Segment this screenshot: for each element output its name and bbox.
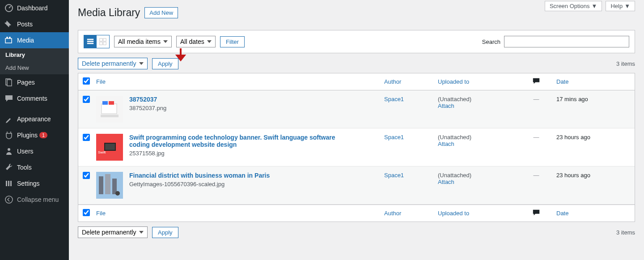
col-author-footer[interactable]: Author bbox=[384, 210, 401, 217]
uploaded-status: (Unattached) bbox=[438, 96, 516, 102]
svg-rect-16 bbox=[100, 42, 102, 45]
uploaded-status: (Unattached) bbox=[438, 172, 516, 179]
author-link[interactable]: Space1 bbox=[384, 96, 404, 102]
sidebar-item-media[interactable]: Media bbox=[0, 32, 69, 48]
help-button[interactable]: Help▼ bbox=[606, 1, 635, 11]
attach-link[interactable]: Attach bbox=[438, 102, 454, 109]
svg-point-6 bbox=[8, 148, 10, 151]
page-title: Media Library bbox=[78, 7, 140, 19]
table-row: 38752037 38752037.png Space1 (Unattached… bbox=[78, 90, 635, 128]
col-uploaded-footer[interactable]: Uploaded to bbox=[438, 210, 469, 217]
add-new-button[interactable]: Add New bbox=[144, 7, 178, 18]
sidebar-item-pages[interactable]: Pages bbox=[0, 74, 69, 90]
collapse-icon bbox=[4, 195, 13, 204]
svg-rect-12 bbox=[87, 41, 93, 42]
col-date-footer[interactable]: Date bbox=[556, 210, 568, 217]
sidebar-item-label: Collapse menu bbox=[17, 196, 59, 203]
row-checkbox[interactable] bbox=[83, 134, 90, 141]
col-author-header[interactable]: Author bbox=[384, 78, 401, 85]
svg-rect-1 bbox=[5, 38, 12, 43]
sidebar-sub-add-new[interactable]: Add New bbox=[0, 61, 69, 74]
wrench-icon bbox=[4, 163, 13, 172]
svg-rect-22 bbox=[101, 115, 119, 117]
svg-rect-19 bbox=[102, 104, 117, 114]
grid-view-button[interactable] bbox=[97, 35, 109, 48]
media-filename: 25371558.jpg bbox=[129, 150, 353, 157]
svg-rect-7 bbox=[6, 181, 7, 186]
media-thumbnail[interactable] bbox=[96, 96, 123, 123]
search-input[interactable] bbox=[504, 36, 629, 47]
brush-icon bbox=[4, 115, 13, 124]
select-all-checkbox-top[interactable] bbox=[83, 77, 90, 85]
svg-rect-28 bbox=[99, 176, 103, 194]
list-view-button[interactable] bbox=[84, 35, 97, 48]
date-filter[interactable]: All dates bbox=[176, 36, 216, 47]
svg-point-10 bbox=[5, 196, 13, 203]
media-table: File Author Uploaded to Date 38752037 38… bbox=[78, 73, 635, 222]
svg-point-31 bbox=[115, 191, 120, 196]
col-uploaded-header[interactable]: Uploaded to bbox=[438, 78, 469, 85]
sidebar-item-label: Plugins bbox=[17, 132, 38, 139]
comment-bubble-icon[interactable] bbox=[532, 209, 540, 218]
bulk-actions-row-top: Delete permanently Apply 3 items bbox=[69, 53, 644, 73]
apply-button-bottom[interactable]: Apply bbox=[152, 227, 178, 238]
table-row: Financial district with business woman i… bbox=[78, 166, 635, 205]
bulk-action-select-top[interactable]: Delete permanently bbox=[78, 58, 148, 69]
help-label: Help bbox=[610, 3, 623, 9]
svg-rect-9 bbox=[10, 181, 12, 186]
screen-options-button[interactable]: Screen Options▼ bbox=[545, 1, 602, 11]
sidebar-item-label: Appearance bbox=[17, 115, 51, 123]
sidebar-item-settings[interactable]: Settings bbox=[0, 175, 69, 192]
pin-icon bbox=[4, 20, 13, 29]
svg-rect-25 bbox=[105, 144, 115, 150]
sidebar-sub-library[interactable]: Library bbox=[0, 48, 69, 61]
author-link[interactable]: Space1 bbox=[384, 134, 404, 141]
top-bar: Screen Options▼ Help▼ bbox=[545, 1, 635, 11]
svg-rect-8 bbox=[8, 181, 9, 186]
row-checkbox[interactable] bbox=[83, 96, 90, 103]
col-file-header[interactable]: File bbox=[96, 78, 106, 85]
comment-bubble-icon[interactable] bbox=[532, 77, 540, 86]
media-title-link[interactable]: Financial district with business woman i… bbox=[129, 172, 270, 179]
svg-rect-20 bbox=[102, 101, 108, 105]
media-title-link[interactable]: 38752037 bbox=[129, 96, 157, 103]
search-label: Search bbox=[482, 38, 500, 45]
sidebar-item-posts[interactable]: Posts bbox=[0, 16, 69, 32]
sidebar-item-plugins[interactable]: Plugins 1 bbox=[0, 127, 69, 143]
col-file-footer[interactable]: File bbox=[96, 210, 106, 217]
items-count-top: 3 items bbox=[616, 60, 635, 67]
bulk-action-select-bottom[interactable]: Delete permanently bbox=[78, 226, 148, 238]
sidebar-item-appearance[interactable]: Appearance bbox=[0, 111, 69, 127]
settings-icon bbox=[4, 179, 13, 188]
svg-rect-5 bbox=[7, 80, 12, 86]
sidebar-item-users[interactable]: Users bbox=[0, 143, 69, 159]
row-checkbox[interactable] bbox=[83, 172, 90, 179]
main-content: Screen Options▼ Help▼ Media Library Add … bbox=[69, 0, 644, 260]
sidebar-item-label: Pages bbox=[17, 79, 35, 86]
attach-link[interactable]: Attach bbox=[438, 179, 454, 185]
apply-button-top[interactable]: Apply bbox=[152, 58, 178, 69]
media-type-filter[interactable]: All media items bbox=[114, 36, 172, 47]
plugins-update-badge: 1 bbox=[39, 132, 47, 138]
svg-rect-11 bbox=[87, 39, 93, 40]
bulk-actions-row-bottom: Delete permanently Apply 3 items bbox=[69, 222, 644, 242]
media-thumbnail[interactable] bbox=[96, 172, 123, 199]
attach-link[interactable]: Attach bbox=[438, 141, 454, 147]
comment-icon bbox=[4, 94, 13, 103]
sidebar-item-comments[interactable]: Comments bbox=[0, 90, 69, 107]
sidebar-item-tools[interactable]: Tools bbox=[0, 159, 69, 175]
col-date-header[interactable]: Date bbox=[556, 78, 568, 85]
media-title-link[interactable]: Swift programming code technology banner… bbox=[129, 134, 335, 148]
select-all-checkbox-bottom[interactable] bbox=[83, 209, 90, 216]
sidebar-item-label: Posts bbox=[17, 21, 33, 28]
author-link[interactable]: Space1 bbox=[384, 172, 404, 179]
date-value: 23 hours ago bbox=[556, 134, 630, 161]
user-icon bbox=[4, 147, 13, 156]
media-thumbnail[interactable]: Swift bbox=[96, 134, 123, 161]
filter-button[interactable]: Filter bbox=[220, 36, 245, 47]
media-icon bbox=[4, 36, 13, 45]
sidebar-item-collapse[interactable]: Collapse menu bbox=[0, 192, 69, 208]
table-row: Swift Swift programming code technology … bbox=[78, 128, 635, 166]
sidebar-item-dashboard[interactable]: Dashboard bbox=[0, 0, 69, 16]
dashboard-icon bbox=[4, 4, 13, 13]
